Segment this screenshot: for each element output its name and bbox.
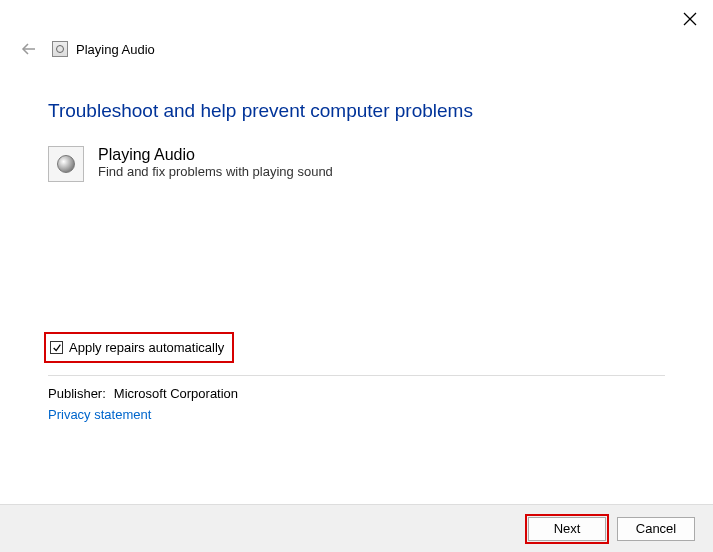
back-icon[interactable] bbox=[20, 40, 38, 58]
privacy-link[interactable]: Privacy statement bbox=[48, 407, 151, 422]
troubleshooter-item: Playing Audio Find and fix problems with… bbox=[48, 146, 665, 182]
apply-repairs-label: Apply repairs automatically bbox=[69, 340, 224, 355]
page-heading: Troubleshoot and help prevent computer p… bbox=[48, 100, 665, 122]
apply-repairs-checkbox[interactable]: Apply repairs automatically bbox=[48, 336, 226, 359]
button-bar: Next Cancel bbox=[0, 504, 713, 552]
content-area: Troubleshoot and help prevent computer p… bbox=[0, 100, 713, 422]
titlebar bbox=[0, 0, 713, 32]
close-icon[interactable] bbox=[683, 12, 697, 26]
header-row: Playing Audio bbox=[0, 32, 713, 72]
cancel-button[interactable]: Cancel bbox=[617, 517, 695, 541]
apply-repairs-highlight: Apply repairs automatically bbox=[44, 332, 234, 363]
publisher-label: Publisher: bbox=[48, 386, 106, 401]
publisher-row: Publisher: Microsoft Corporation bbox=[48, 386, 665, 401]
troubleshooter-desc: Find and fix problems with playing sound bbox=[98, 164, 333, 179]
troubleshooter-title: Playing Audio bbox=[98, 146, 333, 164]
troubleshooter-window-icon bbox=[52, 41, 68, 57]
next-button[interactable]: Next bbox=[528, 517, 606, 541]
speaker-icon bbox=[48, 146, 84, 182]
next-button-highlight: Next bbox=[525, 514, 609, 544]
divider bbox=[48, 375, 665, 376]
checkbox-icon bbox=[50, 341, 63, 354]
publisher-value: Microsoft Corporation bbox=[114, 386, 238, 401]
window-title: Playing Audio bbox=[76, 42, 155, 57]
